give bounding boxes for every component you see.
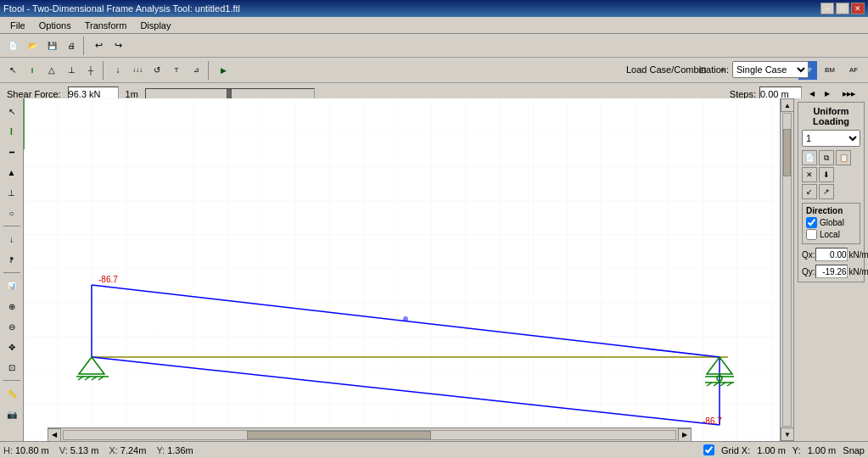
lt-select-button[interactable]: ↖: [3, 102, 21, 120]
undo-button[interactable]: [89, 36, 108, 55]
h-value: 10.80 m: [15, 445, 49, 455]
select-tool-button[interactable]: ↖: [3, 61, 22, 80]
separator2: [103, 61, 106, 80]
lt-measure-button[interactable]: 📏: [3, 384, 21, 403]
fixed-support-button[interactable]: ⊥: [62, 61, 81, 80]
lt-beam-button[interactable]: ━: [3, 142, 21, 161]
qy-label: Qy:: [802, 267, 815, 276]
lt-pan-button[interactable]: ✥: [3, 338, 21, 356]
lt-fixed-button[interactable]: ⊥: [3, 183, 21, 202]
horizontal-scrollbar[interactable]: ◀ ▶: [48, 427, 692, 441]
lt-zoom-in-button[interactable]: ⊕: [3, 297, 21, 316]
lt-separator1: [3, 226, 20, 226]
steps-label: Steps:: [730, 89, 756, 99]
minimize-button[interactable]: −: [820, 3, 834, 14]
dir-global-row: Global: [806, 217, 856, 228]
shear-force-label: Shear Force:: [7, 89, 61, 99]
snap-checkbox[interactable]: [703, 444, 714, 455]
load-case-area: Load Case/Combination: Single Case: [626, 61, 809, 78]
ul-new-button[interactable]: 📄: [802, 150, 817, 165]
lt-separator3: [3, 380, 20, 381]
lt-point-load-button[interactable]: ↓: [3, 230, 21, 249]
x-value: 7.24m: [120, 445, 147, 455]
scroll-right-button[interactable]: ▶: [678, 428, 692, 442]
beam-tool-button[interactable]: ┼: [81, 61, 100, 80]
label-bottom-right: -86.7: [703, 416, 722, 426]
qy-row: Qy: kN/m: [802, 265, 860, 278]
v-label: V:: [59, 445, 68, 455]
load-case-select[interactable]: Single Case: [732, 61, 809, 78]
moment-button[interactable]: ↺: [148, 61, 166, 80]
vertical-scrollbar: ▲ ▼: [780, 98, 793, 441]
qy-unit: kN/m: [849, 267, 868, 276]
v-value: 5.13 m: [70, 445, 99, 455]
new-button[interactable]: [3, 36, 22, 55]
main-layout: ↖ I ━ ▲ ⊥ ○ ↓ ⁋ 📊 ⊕ ⊖ ✥ ⊡ 📏 📷: [0, 98, 868, 441]
menu-file[interactable]: File: [3, 19, 32, 32]
menu-options[interactable]: Options: [32, 19, 78, 32]
scroll-left-button[interactable]: ◀: [48, 428, 61, 442]
settle-button[interactable]: ⊿: [187, 61, 205, 80]
dir-global-label: Global: [820, 218, 844, 227]
close-button[interactable]: ✕: [851, 3, 865, 14]
open-button[interactable]: [23, 36, 42, 55]
thermal-button[interactable]: T: [167, 61, 186, 80]
scroll-up-button[interactable]: ▲: [781, 98, 794, 112]
lt-fit-button[interactable]: ⊡: [3, 358, 21, 377]
window-title: Ftool - Two-Dimensional Frame Analysis T…: [3, 3, 240, 14]
ul-case-select[interactable]: 1: [802, 130, 860, 147]
vscroll-track[interactable]: [782, 113, 792, 427]
run-button[interactable]: [214, 61, 232, 80]
qx-unit: kN/m: [849, 250, 868, 260]
qx-input[interactable]: [815, 248, 848, 261]
triangle-support-button[interactable]: △: [42, 61, 61, 80]
lt-result-button[interactable]: 📊: [3, 276, 21, 295]
vscroll-thumb[interactable]: [783, 129, 791, 176]
lt-separator2: [3, 272, 20, 273]
print-button[interactable]: [62, 36, 81, 55]
dist-load-button[interactable]: ↓↓↓: [128, 61, 147, 80]
menu-transform[interactable]: Transform: [78, 19, 134, 32]
hscroll-thumb[interactable]: [247, 431, 430, 439]
maximize-button[interactable]: □: [836, 3, 849, 14]
ul-panel-title: Uniform Loading: [802, 106, 860, 126]
ul-icon2-button[interactable]: ↗: [819, 184, 834, 199]
hscroll-track[interactable]: [63, 430, 676, 440]
grid-x-value: 1.00 m: [757, 445, 786, 455]
lt-zoom-out-button[interactable]: ⊖: [3, 317, 21, 336]
scroll-down-button[interactable]: ▼: [781, 427, 794, 441]
separator3: [208, 61, 211, 80]
shear-scale-label: 1m: [126, 89, 138, 99]
ul-copy-button[interactable]: ⧉: [819, 150, 834, 165]
toolbar1: [0, 34, 868, 58]
menu-display[interactable]: Display: [133, 19, 177, 32]
save-button[interactable]: [42, 36, 61, 55]
canvas-area[interactable]: -86.7 -86.7 ◀ ▶: [24, 98, 780, 441]
snap-label: Snap: [843, 445, 865, 455]
grid-label: Grid X:: [721, 445, 750, 455]
ul-delete-button[interactable]: ✕: [802, 167, 817, 182]
lt-node-button[interactable]: I: [3, 122, 21, 141]
point-load-button[interactable]: ↓: [109, 61, 127, 80]
redo-button[interactable]: [109, 36, 127, 55]
result-moment-button[interactable]: BM: [819, 61, 841, 80]
node-tool-button[interactable]: I: [23, 61, 42, 80]
direction-box: Direction Global Local: [802, 203, 860, 244]
ul-import-button[interactable]: ⬇: [819, 167, 834, 182]
lt-roller-button[interactable]: ○: [3, 204, 21, 222]
ul-icon1-button[interactable]: ↙: [802, 184, 817, 199]
svg-point-21: [403, 316, 408, 321]
result-axial-button[interactable]: AF: [843, 61, 865, 80]
structural-diagram: [24, 98, 780, 441]
lt-pin-button[interactable]: ▲: [3, 163, 21, 182]
lt-camera-button[interactable]: 📷: [3, 405, 21, 423]
svg-rect-0: [24, 98, 780, 441]
dir-local-checkbox[interactable]: [806, 229, 817, 240]
status-y: Y: 1.36m: [156, 445, 193, 455]
left-toolbar: ↖ I ━ ▲ ⊥ ○ ↓ ⁋ 📊 ⊕ ⊖ ✥ ⊡ 📏 📷: [0, 98, 24, 441]
lt-dist-load-button[interactable]: ⁋: [3, 250, 21, 269]
qy-input[interactable]: [815, 265, 848, 278]
ul-paste-button[interactable]: 📋: [836, 150, 851, 165]
dir-global-checkbox[interactable]: [806, 217, 817, 228]
ul-toolbar-row2: ↙ ↗: [802, 184, 860, 199]
